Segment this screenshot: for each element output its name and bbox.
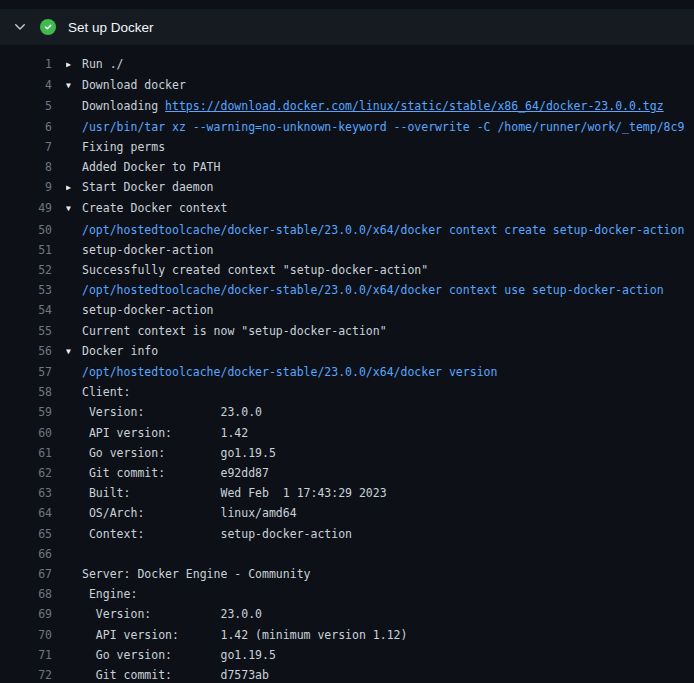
log-line[interactable]: 56▼Docker info (0, 341, 694, 362)
line-number[interactable]: 67 (0, 564, 52, 584)
log-line[interactable]: 49▼Create Docker context (0, 198, 694, 219)
line-content: OS/Arch: linux/amd64 (66, 503, 694, 523)
line-number[interactable]: 9 (0, 177, 52, 198)
log-text: Engine: (82, 587, 137, 601)
chevron-down-icon[interactable] (12, 19, 28, 35)
log-text: Built: Wed Feb 1 17:43:29 2023 (82, 486, 387, 500)
log-line[interactable]: 50/opt/hostedtoolcache/docker-stable/23.… (0, 220, 694, 240)
line-number[interactable]: 4 (0, 75, 52, 96)
log-line[interactable]: 8Added Docker to PATH (0, 157, 694, 177)
log-text: OS/Arch: linux/amd64 (82, 506, 297, 520)
log-line[interactable]: 62 Git commit: e92dd87 (0, 463, 694, 483)
line-number[interactable]: 49 (0, 198, 52, 219)
line-content: Context: setup-docker-action (66, 524, 694, 544)
line-number[interactable]: 62 (0, 463, 52, 483)
line-number[interactable]: 56 (0, 341, 52, 362)
log-line[interactable]: 1▶Run ./ (0, 54, 694, 75)
group-expand-icon[interactable]: ▶ (66, 178, 82, 198)
log-line[interactable]: 70 API version: 1.42 (minimum version 1.… (0, 625, 694, 645)
line-number[interactable]: 61 (0, 443, 52, 463)
group-collapse-icon[interactable]: ▼ (66, 76, 82, 96)
log-text: Download docker (82, 78, 186, 92)
log-line[interactable]: 5Downloading https://download.docker.com… (0, 96, 694, 116)
log-line[interactable]: 53/opt/hostedtoolcache/docker-stable/23.… (0, 280, 694, 300)
log-text: Version: 23.0.0 (82, 607, 262, 621)
line-number[interactable]: 54 (0, 300, 52, 320)
line-number[interactable]: 72 (0, 665, 52, 683)
line-number[interactable]: 50 (0, 220, 52, 240)
log-link[interactable]: https://download.docker.com/linux/static… (165, 99, 664, 113)
line-number[interactable]: 69 (0, 604, 52, 624)
line-content: ▼Docker info (66, 341, 694, 362)
line-content: Client: (66, 382, 694, 402)
group-collapse-icon[interactable]: ▼ (66, 199, 82, 219)
group-collapse-icon[interactable]: ▼ (66, 342, 82, 362)
line-number[interactable]: 55 (0, 321, 52, 341)
log-line[interactable]: 55Current context is now "setup-docker-a… (0, 321, 694, 341)
log-line[interactable]: 54setup-docker-action (0, 300, 694, 320)
line-number[interactable]: 7 (0, 137, 52, 157)
line-content: /opt/hostedtoolcache/docker-stable/23.0.… (66, 220, 694, 240)
log-line[interactable]: 4▼Download docker (0, 75, 694, 96)
line-number[interactable]: 70 (0, 625, 52, 645)
log-line[interactable]: 65 Context: setup-docker-action (0, 524, 694, 544)
log-line[interactable]: 58Client: (0, 382, 694, 402)
log-line[interactable]: 66 (0, 544, 694, 564)
log-line[interactable]: 68 Engine: (0, 584, 694, 604)
line-content: Server: Docker Engine - Community (66, 564, 694, 584)
line-number[interactable]: 52 (0, 260, 52, 280)
line-number[interactable]: 66 (0, 544, 52, 564)
log-line[interactable]: 61 Go version: go1.19.5 (0, 443, 694, 463)
line-content: setup-docker-action (66, 300, 694, 320)
line-content: Git commit: d7573ab (66, 665, 694, 683)
line-content: /opt/hostedtoolcache/docker-stable/23.0.… (66, 280, 694, 300)
line-number[interactable]: 63 (0, 483, 52, 503)
line-content: API version: 1.42 (66, 423, 694, 443)
log-line[interactable]: 67Server: Docker Engine - Community (0, 564, 694, 584)
log-line[interactable]: 60 API version: 1.42 (0, 423, 694, 443)
log-line[interactable]: 51setup-docker-action (0, 240, 694, 260)
log-line[interactable]: 63 Built: Wed Feb 1 17:43:29 2023 (0, 483, 694, 503)
log-text: /usr/bin/tar xz --warning=no-unknown-key… (82, 120, 684, 134)
log-line[interactable]: 69 Version: 23.0.0 (0, 604, 694, 624)
line-content: /opt/hostedtoolcache/docker-stable/23.0.… (66, 362, 694, 382)
line-number[interactable]: 5 (0, 96, 52, 116)
line-number[interactable]: 6 (0, 117, 52, 137)
line-content: Version: 23.0.0 (66, 402, 694, 422)
line-content: Fixing perms (66, 137, 694, 157)
line-number[interactable]: 1 (0, 54, 52, 75)
line-number[interactable]: 71 (0, 645, 52, 665)
log-text: Create Docker context (82, 201, 227, 215)
line-number[interactable]: 57 (0, 362, 52, 382)
line-number[interactable]: 53 (0, 280, 52, 300)
line-number[interactable]: 59 (0, 402, 52, 422)
line-number[interactable]: 58 (0, 382, 52, 402)
line-content: Go version: go1.19.5 (66, 645, 694, 665)
group-expand-icon[interactable]: ▶ (66, 55, 82, 75)
log-line[interactable]: 64 OS/Arch: linux/amd64 (0, 503, 694, 523)
line-number[interactable]: 60 (0, 423, 52, 443)
step-header[interactable]: Set up Docker (0, 9, 694, 45)
log-text: Server: Docker Engine - Community (82, 567, 310, 581)
log-text: Docker info (82, 344, 158, 358)
log-line[interactable]: 7Fixing perms (0, 137, 694, 157)
log-line[interactable]: 72 Git commit: d7573ab (0, 665, 694, 683)
line-number[interactable]: 8 (0, 157, 52, 177)
log-line[interactable]: 9▶Start Docker daemon (0, 177, 694, 198)
log-line[interactable]: 59 Version: 23.0.0 (0, 402, 694, 422)
line-content: Engine: (66, 584, 694, 604)
line-number[interactable]: 51 (0, 240, 52, 260)
line-number[interactable]: 68 (0, 584, 52, 604)
log-text: Git commit: e92dd87 (82, 466, 269, 480)
log-text: Current context is now "setup-docker-act… (82, 324, 387, 338)
log-text: Added Docker to PATH (82, 160, 220, 174)
line-number[interactable]: 65 (0, 524, 52, 544)
line-number[interactable]: 64 (0, 503, 52, 523)
log-text: Start Docker daemon (82, 180, 214, 194)
line-content: /usr/bin/tar xz --warning=no-unknown-key… (66, 117, 694, 137)
log-line[interactable]: 71 Go version: go1.19.5 (0, 645, 694, 665)
log-text: Go version: go1.19.5 (82, 648, 276, 662)
log-line[interactable]: 52Successfully created context "setup-do… (0, 260, 694, 280)
log-line[interactable]: 6/usr/bin/tar xz --warning=no-unknown-ke… (0, 117, 694, 137)
log-line[interactable]: 57/opt/hostedtoolcache/docker-stable/23.… (0, 362, 694, 382)
